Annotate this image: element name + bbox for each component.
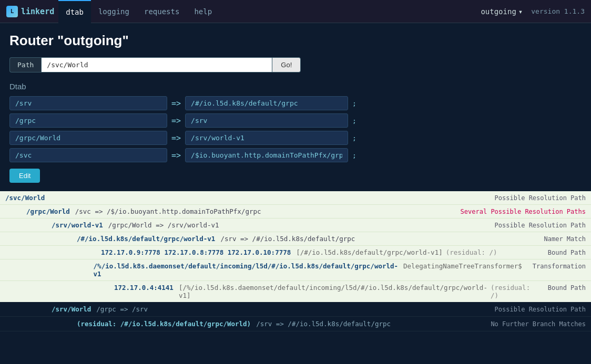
edit-button[interactable]: Edit: [9, 169, 40, 183]
tree-detail-6: [/%/io.l5d.k8s.daemonset/default/incomin…: [179, 284, 487, 299]
resolution-tree: /svc/World Possible Resolution Path /grp…: [0, 191, 591, 302]
dark-label-1: No Further Branch Matches: [480, 320, 586, 328]
dtab-semi-0: ;: [352, 99, 356, 107]
navbar: L linkerd dtab logging requests help out…: [0, 0, 591, 23]
tree-path-0: /svc/World: [5, 194, 45, 202]
tree-row-6: 172.17.0.4:4141 [/%/io.l5d.k8s.daemonset…: [0, 281, 591, 302]
dark-row-1: (residual: /#/io.l5d.k8s/default/grpc/Wo…: [0, 317, 591, 331]
tree-path-2: /srv/world-v1: [52, 221, 103, 229]
dtab-semi-1: ;: [352, 117, 356, 124]
dark-label-0: Possible Resolution Path: [484, 306, 586, 313]
dtab-lhs-1[interactable]: [9, 113, 167, 128]
dtab-row: => ;: [9, 113, 582, 128]
tree-residual-4: (residual: /): [446, 248, 497, 256]
path-label: Path: [9, 57, 41, 72]
tree-detail-1: /svc => /$/io.buoyant.http.domainToPathP…: [75, 207, 261, 215]
tree-detail-4: [/#/io.l5d.k8s/default/grpc/world-v1]: [296, 248, 442, 256]
brand[interactable]: L linkerd: [6, 6, 54, 17]
tree-label-4: Bound Path: [537, 249, 586, 256]
brand-name: linkerd: [21, 7, 54, 16]
tree-path-5: /%/io.l5d.k8s.daemonset/default/incoming…: [94, 262, 398, 278]
tree-row-0: /svc/World Possible Resolution Path: [0, 191, 591, 205]
tree-label-5: Transformation: [522, 263, 586, 270]
dtab-title: Dtab: [9, 82, 582, 91]
dark-path-0: /srv/World: [52, 305, 91, 313]
dtab-rhs-2[interactable]: [185, 131, 348, 145]
tab-dtab[interactable]: dtab: [58, 0, 91, 23]
tree-row-3: /#/io.l5d.k8s/default/grpc/world-v1 /srv…: [0, 232, 591, 246]
brand-icon: L: [6, 6, 18, 17]
dtab-rhs-0[interactable]: [185, 96, 348, 110]
go-button[interactable]: Go!: [272, 57, 301, 72]
tree-detail-5: DelegatingNameTreeTransformer$: [403, 262, 522, 270]
dtab-arrow-1: =>: [171, 116, 181, 126]
dtab-row: => ;: [9, 131, 582, 145]
version-label: version 1.1.3: [531, 7, 585, 15]
tree-detail-3: /srv => /#/io.l5d.k8s/default/grpc: [220, 235, 355, 243]
dark-detail-0: /grpc => /srv: [96, 305, 148, 313]
dtab-semi-3: ;: [352, 151, 356, 159]
path-row: Path Go!: [9, 57, 582, 72]
tree-row-5: /%/io.l5d.k8s.daemonset/default/incoming…: [0, 259, 591, 281]
tree-row-2: /srv/world-v1 /grpc/World => /srv/world-…: [0, 219, 591, 232]
tab-logging[interactable]: logging: [91, 0, 137, 23]
tree-label-0: Possible Resolution Path: [484, 194, 586, 202]
page-title: Router "outgoing": [9, 33, 582, 49]
dtab-semi-2: ;: [352, 134, 356, 142]
tree-path-4: 172.17.0.9:7778 172.17.0.8:7778 172.17.0…: [101, 248, 291, 256]
dark-path-1: (residual: /#/io.l5d.k8s/default/grpc/Wo…: [77, 320, 251, 328]
tree-label-2: Possible Resolution Path: [484, 222, 586, 229]
dtab-lhs-2[interactable]: [9, 131, 167, 145]
tree-row-1: /grpc/World /svc => /$/io.buoyant.http.d…: [0, 205, 591, 219]
dark-detail-1: /srv => /#/io.l5d.k8s/default/grpc: [256, 320, 391, 328]
dtab-lhs-3[interactable]: [9, 148, 167, 162]
tree-label-1: Several Possible Resolution Paths: [450, 208, 586, 215]
dtab-lhs-0[interactable]: [9, 96, 167, 110]
nav-right: outgoing ▾ version 1.1.3: [481, 7, 585, 16]
tree-detail-2: /grpc/World => /srv/world-v1: [108, 221, 219, 229]
dtab-arrow-0: =>: [171, 99, 181, 108]
tree-path-1: /grpc/World: [26, 207, 70, 215]
path-input[interactable]: [41, 57, 272, 72]
page-content: Router "outgoing" Path Go! Dtab => ; => …: [0, 23, 591, 191]
tree-label-3: Namer Match: [534, 235, 586, 243]
dtab-rows: => ; => ; => ; => ;: [9, 96, 582, 162]
router-name: outgoing: [481, 7, 516, 16]
dtab-rhs-1[interactable]: [185, 113, 348, 128]
chevron-down-icon: ▾: [518, 7, 523, 16]
tab-requests[interactable]: requests: [137, 0, 187, 23]
tree-path-6: 172.17.0.4:4141: [114, 284, 174, 292]
router-dropdown[interactable]: outgoing ▾: [481, 7, 523, 16]
dtab-rhs-3[interactable]: [185, 148, 348, 162]
tree-residual-6: (residual: /): [491, 284, 537, 299]
dark-section: /srv/World /grpc => /srv Possible Resolu…: [0, 302, 591, 331]
dark-row-0: /srv/World /grpc => /srv Possible Resolu…: [0, 302, 591, 317]
dtab-arrow-2: =>: [171, 133, 181, 143]
dtab-arrow-3: =>: [171, 151, 181, 160]
tree-path-3: /#/io.l5d.k8s/default/grpc/world-v1: [77, 235, 215, 243]
tree-label-6: Bound Path: [537, 284, 586, 292]
dtab-row: => ;: [9, 96, 582, 110]
dtab-row: => ;: [9, 148, 582, 162]
tab-help[interactable]: help: [187, 0, 219, 23]
tree-row-4: 172.17.0.9:7778 172.17.0.8:7778 172.17.0…: [0, 246, 591, 259]
